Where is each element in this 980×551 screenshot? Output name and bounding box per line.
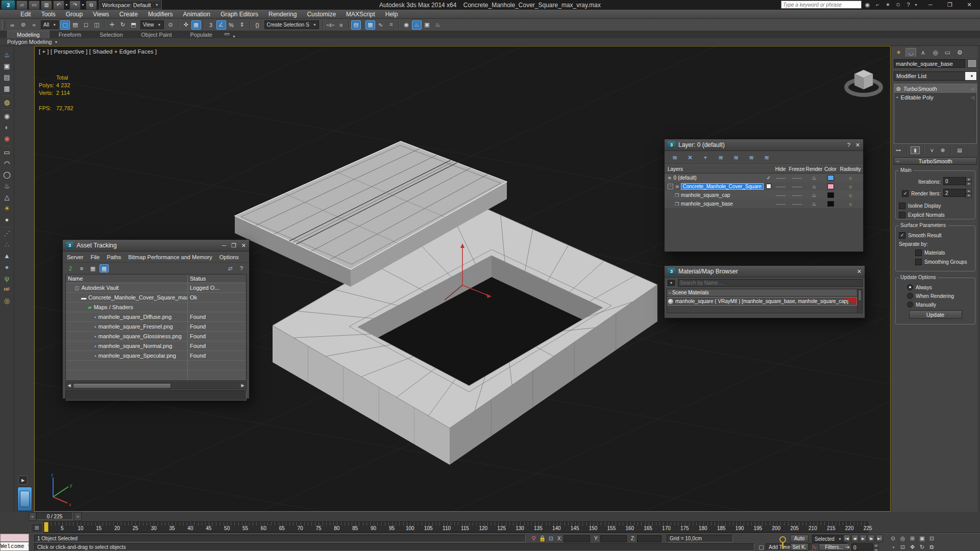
ribbon-tab-freeform[interactable]: Freeform	[50, 31, 91, 38]
angle-snap-icon[interactable]: ∠	[216, 20, 226, 30]
menu-animation[interactable]: Animation	[178, 10, 215, 19]
rendered-frame-window-icon[interactable]: ▣	[422, 20, 432, 30]
color-cell[interactable]	[823, 201, 838, 207]
undo-icon[interactable]: ↶	[53, 1, 64, 10]
vray-sun-icon[interactable]: ☀	[2, 203, 12, 213]
menu-views[interactable]: Views	[88, 10, 114, 19]
create-new-layer-icon[interactable]: ≋	[670, 153, 680, 162]
radiosity-column-header[interactable]: Radiosity	[838, 166, 863, 172]
zoom-icon[interactable]: ◎	[899, 535, 906, 542]
dialog-maximize-button[interactable]: ❐	[231, 242, 236, 249]
zoom-all-icon[interactable]: ⊞	[909, 535, 916, 542]
time-tag-icon[interactable]: ▢	[757, 543, 765, 551]
vray-grass-icon[interactable]: ψ	[2, 273, 12, 283]
table-row[interactable]: ▪manhole_square_Fresnel.pngFound	[66, 322, 246, 332]
tab-create-icon[interactable]: ✶	[893, 48, 904, 57]
expand-panel-arrow[interactable]: ▶	[18, 475, 28, 485]
vray-molecule-icon[interactable]: ∴	[2, 239, 12, 249]
tab-modify-icon[interactable]: ◡	[905, 48, 916, 57]
asset-menu-file[interactable]: File	[90, 254, 100, 260]
select-and-link-icon[interactable]: ∞	[7, 20, 18, 30]
table-row[interactable]: ▪manhole_square_Glossiness.pngFound	[66, 332, 246, 341]
visibility-toggle-icon[interactable]: ◁	[971, 86, 974, 91]
asset-menu-server[interactable]: Server	[67, 254, 83, 260]
radiosity-icon[interactable]: ☼	[838, 175, 863, 181]
set-key-button[interactable]: Set K.	[790, 543, 808, 551]
render-iters-checkbox[interactable]	[902, 190, 909, 197]
named-selection-set-dropdown[interactable]: Create Selection S▼	[264, 20, 319, 29]
time-slider[interactable]	[44, 522, 48, 532]
table-row[interactable]: ◫Autodesk VaultLogged O...	[66, 283, 246, 293]
expand-icon[interactable]: −	[668, 184, 673, 189]
delete-highlighted-layers-icon[interactable]: ✕	[685, 153, 695, 162]
use-pivot-center-icon[interactable]: ⊙	[165, 20, 176, 30]
go-to-frame-icon[interactable]: ⇥	[843, 543, 851, 551]
application-menu-button[interactable]: 3	[1, 0, 15, 10]
remove-modifier-icon[interactable]: ⊗	[938, 146, 947, 154]
vray-disc-light-icon[interactable]: ◯	[2, 169, 12, 180]
edit-named-selection-sets-icon[interactable]: {}	[252, 20, 263, 30]
asset-help-icon[interactable]: ?	[237, 264, 246, 272]
radiosity-icon[interactable]: ☼	[838, 201, 863, 207]
freeze-toggle-icon[interactable]: ≋	[762, 153, 772, 162]
auto-key-button[interactable]: Auto	[790, 535, 808, 542]
vray-heightfield-icon[interactable]: HF	[2, 284, 12, 294]
tab-utilities-icon[interactable]: ⚙	[954, 48, 965, 57]
maximize-button[interactable]: ❐	[940, 0, 960, 9]
align-icon[interactable]: ≡	[336, 20, 347, 30]
y-coordinate-field[interactable]	[600, 535, 627, 542]
selection-lock-toggle-icon[interactable]: 🔒	[538, 535, 546, 542]
ribbon-display-toggle-icon[interactable]: ▭	[222, 29, 232, 38]
vray-render-elements-icon[interactable]: ▦	[2, 83, 12, 93]
vray-dome-light-icon[interactable]: ◠	[2, 158, 12, 168]
update-button[interactable]: Update	[909, 310, 962, 319]
zoom-extents-icon[interactable]: ▣	[918, 535, 926, 542]
asset-tracking-titlebar[interactable]: 3 Asset Tracking ─ ❐ ✕	[63, 240, 249, 252]
material-search-input[interactable]	[678, 279, 863, 287]
vray-frame-buffer-icon[interactable]: ▣	[2, 61, 12, 71]
isoline-display-checkbox[interactable]	[899, 203, 905, 209]
set-current-layer-icon[interactable]: ≋	[731, 153, 741, 162]
hide-toggle[interactable]: ——	[773, 184, 788, 189]
hide-toggle[interactable]: ——	[773, 201, 788, 207]
open-file-icon[interactable]: ▭	[29, 1, 40, 10]
scrollbar-thumb[interactable]	[73, 383, 171, 389]
vray-scatter-icon[interactable]: ⋰	[2, 228, 12, 238]
toolbar-handle[interactable]	[2, 20, 5, 30]
asset-menu-options[interactable]: Options	[219, 254, 239, 260]
ribbon-subtab-polygon-modeling[interactable]: Polygon Modeling	[7, 39, 52, 45]
selection-lock-pin-icon[interactable]: ⚲	[530, 535, 537, 542]
key-mode-toggle-icon[interactable]: ⊙	[889, 535, 897, 542]
go-to-start-icon[interactable]: Ⅰ◀	[843, 535, 850, 542]
menu-modifiers[interactable]: Modifiers	[143, 10, 178, 19]
render-production-icon[interactable]: ♨	[432, 20, 443, 30]
radiosity-icon[interactable]: ☼	[838, 184, 863, 189]
render-toggle-icon[interactable]: ♨	[805, 192, 823, 198]
layer-manager-icon[interactable]: ▤	[351, 20, 361, 30]
ribbon-tab-selection[interactable]: Selection	[90, 31, 132, 38]
layer-row[interactable]: ❒manhole_square_base————♨☼	[665, 199, 863, 208]
save-file-icon[interactable]: ▥	[41, 1, 52, 10]
vray-rock-icon[interactable]: ●	[2, 262, 12, 272]
show-end-result-icon[interactable]: ▮	[911, 146, 920, 154]
select-and-manipulate-icon[interactable]: ✜	[181, 20, 191, 30]
material-browser-titlebar[interactable]: 3 Material/Map Browser ✕	[665, 266, 865, 278]
next-frame-icon[interactable]: Ⅰ▶	[868, 535, 875, 542]
vray-render-settings-icon[interactable]: ▤	[2, 72, 12, 82]
table-row[interactable]: ▬Concrete_Manhole_Cover_Square_max_vray.…	[66, 293, 246, 303]
previous-frame-button[interactable]: <	[29, 512, 36, 521]
unlink-selection-icon[interactable]: ⊘	[18, 20, 29, 30]
help-icon[interactable]: ?	[904, 1, 913, 9]
absolute-relative-transform-icon[interactable]: ⊡	[547, 535, 555, 542]
table-row[interactable]: ▪manhole_square_Diffuse.pngFound	[66, 312, 246, 322]
set-keys-key-icon[interactable]	[778, 535, 787, 549]
list-view-icon[interactable]: ≡	[77, 264, 86, 272]
keyboard-shortcut-override-icon[interactable]: ▦	[191, 20, 201, 30]
turbosmooth-rollout-header[interactable]: − TurboSmooth	[894, 157, 977, 165]
layer-row[interactable]: −≋Concrete_Manhole_Cover_Square————♨☼	[665, 182, 863, 191]
z-coordinate-field[interactable]	[637, 535, 662, 542]
make-unique-icon[interactable]: ⋎	[927, 146, 937, 154]
freeze-toggle[interactable]: ——	[788, 201, 805, 207]
ribbon-tab-object-paint[interactable]: Object Paint	[132, 31, 181, 38]
modifier-stack-item[interactable]: ◍TurboSmooth◁	[894, 84, 976, 93]
